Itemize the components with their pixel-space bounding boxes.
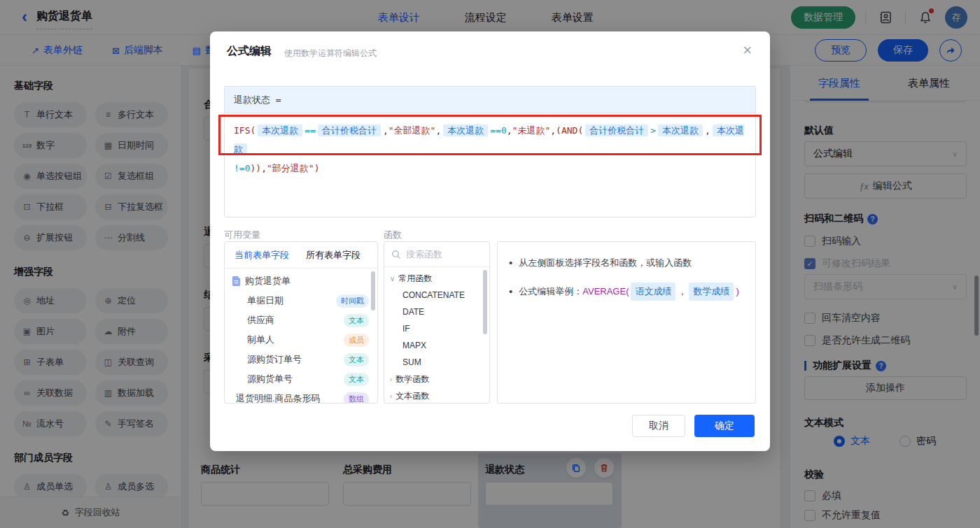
group-label: 常用函数 xyxy=(398,273,432,283)
function-search[interactable] xyxy=(384,242,489,267)
token-function: ) xyxy=(314,163,320,173)
cancel-button[interactable]: 取消 xyxy=(632,415,685,437)
field-chip[interactable]: 合计价税合计 xyxy=(585,124,648,136)
field-chip[interactable]: 本次退款 xyxy=(658,124,703,136)
variables-root-node[interactable]: 购货退货单 xyxy=(225,271,377,291)
type-badge: 文本 xyxy=(344,373,369,386)
confirm-button[interactable]: 确定 xyxy=(694,415,755,437)
bullet-icon: • xyxy=(509,283,512,300)
example-field-chip: 语文成绩 xyxy=(631,283,676,301)
bullet-icon: • xyxy=(509,255,512,271)
token-operator: ==0 xyxy=(490,125,506,136)
formula-target: 退款状态 = xyxy=(225,87,755,113)
type-badge: 时间戳 xyxy=(336,294,369,308)
token-plain: , xyxy=(507,125,512,136)
type-badge: 数组 xyxy=(344,392,369,404)
hint-example-prefix: 公式编辑举例： xyxy=(519,283,582,300)
variable-label: 源购货订单号 xyxy=(247,353,302,366)
variable-label: 制单人 xyxy=(247,334,274,346)
variable-label: 退货明细.商品条形码 xyxy=(236,392,321,404)
token-string: "未退款" xyxy=(512,125,551,136)
token-string: "部分退款" xyxy=(267,163,314,173)
function-item[interactable]: CONCATENATE xyxy=(384,287,489,304)
variable-label: 供应商 xyxy=(247,314,274,327)
variable-item[interactable]: 供应商文本 xyxy=(225,311,377,330)
caret-closed-icon: › xyxy=(390,376,392,383)
function-item[interactable]: DATE xyxy=(384,304,489,320)
token-operator: !=0 xyxy=(234,163,250,173)
variables-label: 可用变量 xyxy=(224,229,260,241)
functions-panel: ∨常用函数 CONCATENATE DATE IF MAPX SUM ›数学函数… xyxy=(384,241,490,404)
variable-label: 源购货单号 xyxy=(247,373,293,385)
modal-title: 公式编辑 xyxy=(227,44,272,59)
token-plain: , xyxy=(705,125,710,136)
search-icon xyxy=(391,250,401,259)
form-document-icon xyxy=(232,276,241,286)
hints-panel: • 从左侧面板选择字段名和函数，或输入函数 • 公式编辑举例： AVERAGE(… xyxy=(497,241,756,404)
function-group-common[interactable]: ∨常用函数 xyxy=(384,270,489,287)
variable-label: 单据日期 xyxy=(247,294,284,307)
formula-line-1: IFS(本次退款==合计价税合计,"全部退款",本次退款==0,"未退款",(A… xyxy=(234,121,746,159)
token-function: IFS( xyxy=(234,125,255,136)
functions-scrollbar[interactable] xyxy=(483,270,487,334)
token-operator: == xyxy=(304,125,316,136)
example-field-chip: 数学成绩 xyxy=(689,283,734,301)
field-chip[interactable]: 本次退款 xyxy=(258,124,302,136)
variable-item[interactable]: 源购货单号文本 xyxy=(225,369,377,389)
hint-line-2: • 公式编辑举例： AVERAGE( 语文成绩 ， 数学成绩 ) xyxy=(509,283,744,301)
variables-panel: 当前表单字段 所有表单字段 购货退货单 单据日期时间戳 供应商文本 制单人成员 … xyxy=(224,241,378,404)
token-plain: , xyxy=(383,125,388,136)
function-item[interactable]: IF xyxy=(384,320,489,337)
group-label: 文本函数 xyxy=(396,391,429,401)
variables-tabs: 当前表单字段 所有表单字段 xyxy=(225,242,377,269)
function-item[interactable]: SUM xyxy=(384,354,489,371)
type-badge: 文本 xyxy=(344,314,369,327)
formula-line-2: !=0)),"部分退款") xyxy=(234,159,746,178)
formula-edit-modal: 公式编辑 使用数学运算符编辑公式 × 退款状态 = IFS(本次退款==合计价税… xyxy=(210,31,770,451)
field-chip[interactable]: 本次退款 xyxy=(443,124,488,136)
example-comma: ， xyxy=(678,283,687,300)
close-icon[interactable]: × xyxy=(743,41,752,59)
formula-code[interactable]: IFS(本次退款==合计价税合计,"全部退款",本次退款==0,"未退款",(A… xyxy=(225,113,755,185)
functions-label: 函数 xyxy=(384,229,402,241)
example-function-close: ) xyxy=(736,283,738,300)
root-node-label: 购货退货单 xyxy=(245,275,290,287)
caret-closed-icon: › xyxy=(390,392,392,400)
token-plain: , xyxy=(261,163,267,173)
tab-current-form-fields[interactable]: 当前表单字段 xyxy=(234,242,289,269)
group-label: 数学函数 xyxy=(396,374,429,384)
variable-item[interactable]: 源购货订单号文本 xyxy=(225,350,377,369)
function-group-text[interactable]: ›文本函数 xyxy=(384,387,489,404)
hint-line-1: • 从左侧面板选择字段名和函数，或输入函数 xyxy=(509,255,744,271)
function-item[interactable]: MAPX xyxy=(384,337,489,354)
search-input[interactable] xyxy=(406,249,476,259)
variable-item[interactable]: 退货明细.商品条形码数组 xyxy=(225,389,377,404)
type-badge: 文本 xyxy=(344,353,369,366)
type-badge: 成员 xyxy=(344,334,369,347)
variables-scrollbar[interactable] xyxy=(371,271,375,311)
tab-all-form-fields[interactable]: 所有表单字段 xyxy=(306,242,360,269)
variable-item[interactable]: 单据日期时间戳 xyxy=(225,291,377,311)
variable-item[interactable]: 制单人成员 xyxy=(225,330,377,350)
token-plain: , xyxy=(550,125,556,136)
token-string: "全部退款" xyxy=(388,125,436,136)
app: ‹ 购货退货单 表单设计 流程设定 表单设置 数据管理 xyxy=(0,0,980,528)
caret-open-icon: ∨ xyxy=(390,275,395,283)
function-group-math[interactable]: ›数学函数 xyxy=(384,371,489,387)
formula-editor[interactable]: 退款状态 = IFS(本次退款==合计价税合计,"全部退款",本次退款==0,"… xyxy=(224,86,756,217)
token-plain: , xyxy=(435,125,441,136)
example-function-open: AVERAGE( xyxy=(582,283,629,300)
token-function: )) xyxy=(250,163,261,173)
modal-subtitle: 使用数学运算符编辑公式 xyxy=(284,48,377,59)
field-chip[interactable]: 合计价税合计 xyxy=(318,124,381,136)
token-operator: > xyxy=(650,125,656,136)
token-function: (AND( xyxy=(556,125,583,136)
